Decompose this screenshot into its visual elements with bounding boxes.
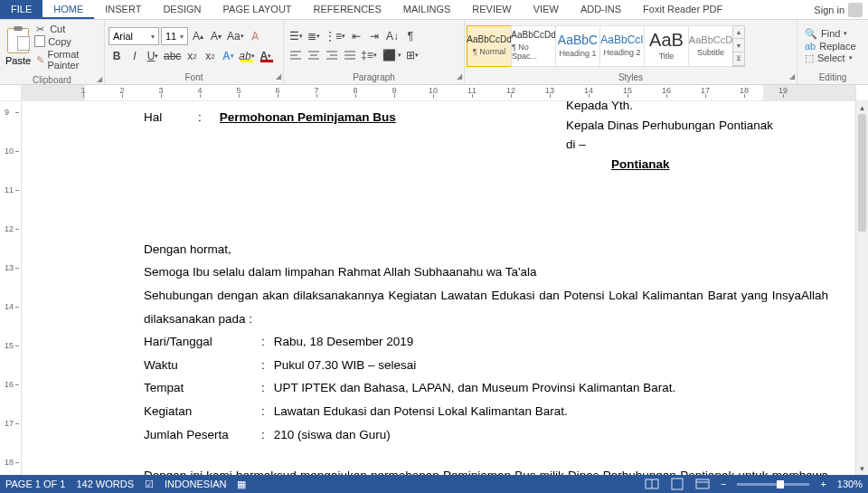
detail-row: Waktu: Pukul 07.30 WIB – selesai (144, 354, 828, 377)
spellcheck-icon[interactable]: ☑ (145, 479, 154, 490)
sign-in[interactable]: Sign in (808, 0, 868, 19)
align-left-button[interactable] (288, 47, 304, 63)
paste-button[interactable]: Paste (4, 26, 33, 68)
tab-references[interactable]: REFERENCES (303, 0, 392, 19)
replace-button[interactable]: abReplace (805, 41, 856, 52)
increase-indent-button[interactable]: ⇥ (366, 28, 382, 44)
align-right-button[interactable] (324, 47, 340, 63)
shrink-font-button[interactable]: A▾ (208, 28, 224, 44)
style--normal[interactable]: AaBbCcDd¶ Normal (467, 25, 512, 67)
style-subtitle[interactable]: AaBbCcDSubtitle (688, 25, 733, 67)
tab-view[interactable]: VIEW (523, 0, 570, 19)
paste-icon (7, 28, 29, 53)
tab-home[interactable]: HOME (42, 0, 94, 19)
format-painter-button[interactable]: Format Painter (36, 49, 99, 71)
align-center-button[interactable] (306, 47, 322, 63)
page-status[interactable]: PAGE 1 OF 1 (5, 479, 65, 489)
scroll-up-icon[interactable]: ▲ (856, 101, 868, 114)
copy-button[interactable]: Copy (36, 36, 99, 47)
strike-button[interactable]: abc (163, 48, 182, 64)
copy-icon (36, 37, 45, 47)
tab-insert[interactable]: INSERT (94, 0, 152, 19)
para-1: Semoga Ibu selalu dalam limpahan Rahmat … (144, 261, 828, 284)
status-bar: PAGE 1 OF 1 142 WORDS ☑ INDONESIAN ▦ − +… (0, 475, 868, 493)
style-heading-1[interactable]: AaBbCHeading 1 (555, 25, 600, 67)
shading-button[interactable]: ⬛▾ (380, 47, 402, 63)
cut-button[interactable]: Cut (36, 24, 99, 34)
underline-button[interactable]: U▾ (145, 48, 161, 64)
change-case-button[interactable]: Aa▾ (226, 28, 245, 44)
zoom-slider[interactable] (737, 483, 809, 486)
svg-rect-14 (672, 479, 683, 489)
select-button[interactable]: ⬚Select▾ (805, 52, 856, 64)
show-marks-button[interactable]: ¶ (402, 28, 419, 44)
zoom-out-button[interactable]: − (721, 479, 726, 489)
tab-design[interactable]: DESIGN (152, 0, 212, 19)
document-page[interactable]: Hal : Permohonan Peminjaman Bus Kepada Y… (22, 101, 855, 475)
style-heading-2[interactable]: AaBbCcIHeading 2 (599, 25, 645, 67)
select-icon: ⬚ (805, 52, 814, 64)
bullets-button[interactable]: ☰▾ (288, 28, 304, 44)
clipboard-dialog-icon[interactable]: ◢ (97, 75, 102, 83)
ruler-corner (0, 85, 22, 100)
style-title[interactable]: AaBTitle (644, 25, 689, 67)
scroll-down-icon[interactable]: ▼ (856, 462, 868, 475)
find-button[interactable]: 🔍Find▾ (805, 28, 856, 40)
recipient-address: Kepada Yth. Kepala Dinas Perhubungan Pon… (566, 101, 792, 174)
detail-row: Kegiatan: Lawatan Edukasi dan Potensi Lo… (144, 400, 828, 423)
tab-addins[interactable]: ADD-INS (570, 0, 632, 19)
styles-dialog-icon[interactable]: ◢ (789, 72, 795, 81)
borders-button[interactable]: ⊞▾ (404, 47, 420, 63)
font-color-button[interactable]: A▾ (258, 48, 274, 64)
macro-icon[interactable]: ▦ (237, 479, 246, 490)
detail-row: Jumlah Peserta: 210 (siswa dan Guru) (144, 423, 828, 447)
zoom-in-button[interactable]: + (820, 479, 826, 489)
zoom-level[interactable]: 130% (837, 479, 863, 489)
grow-font-button[interactable]: A▴ (190, 28, 206, 44)
ribbon: Paste Cut Copy Format Painter Clipboard◢… (0, 20, 868, 85)
font-name-combo[interactable]: Arial▾ (108, 27, 159, 45)
tab-mailings[interactable]: MAILINGS (392, 0, 462, 19)
horizontal-ruler[interactable]: 12345678910111213141516171819 (22, 85, 855, 100)
svg-rect-15 (696, 479, 709, 488)
paragraph-dialog-icon[interactable]: ◢ (457, 72, 462, 81)
vertical-ruler[interactable]: 9101112131415161718 (0, 101, 22, 475)
text-effects-button[interactable]: A▾ (220, 48, 236, 64)
hal-value: Permohonan Peminjaman Bus (220, 106, 396, 129)
tab-file[interactable]: FILE (0, 0, 42, 19)
tab-pagelayout[interactable]: PAGE LAYOUT (212, 0, 303, 19)
subscript-button[interactable]: x2 (184, 48, 200, 64)
clear-format-button[interactable]: A̷ (247, 28, 263, 44)
vertical-scrollbar[interactable]: ▲ ▼ (855, 101, 868, 475)
style--no-spac-[interactable]: AaBbCcDd¶ No Spac... (511, 25, 556, 67)
print-layout-icon[interactable] (670, 478, 684, 490)
scroll-thumb[interactable] (858, 114, 866, 232)
bold-button[interactable]: B (108, 48, 125, 64)
web-layout-icon[interactable] (695, 478, 710, 490)
numbering-button[interactable]: ≣▾ (306, 28, 322, 44)
brush-icon (36, 54, 44, 65)
sort-button[interactable]: A↓ (384, 28, 401, 44)
replace-icon: ab (805, 41, 816, 52)
detail-row: Tempat: UPT IPTEK dan Bahasa, LAPAN, dan… (144, 376, 828, 400)
detail-row: Hari/Tanggal: Rabu, 18 Desember 2019 (144, 330, 828, 354)
decrease-indent-button[interactable]: ⇤ (348, 28, 364, 44)
italic-button[interactable]: I (127, 48, 143, 64)
styles-scroll[interactable]: ▴▾⊻ (732, 25, 745, 67)
line-spacing-button[interactable]: ‡≡▾ (360, 47, 378, 63)
tab-foxit[interactable]: Foxit Reader PDF (632, 0, 733, 19)
para-2: Sehubungan dengan akan dilaksanakannya K… (144, 284, 828, 330)
avatar-icon (848, 3, 863, 17)
language-status[interactable]: INDONESIAN (165, 479, 226, 489)
word-count[interactable]: 142 WORDS (76, 479, 134, 489)
tab-review[interactable]: REVIEW (461, 0, 522, 19)
font-size-combo[interactable]: 11▾ (161, 27, 188, 45)
highlight-button[interactable]: ab▾ (238, 48, 255, 64)
superscript-button[interactable]: x2 (202, 48, 218, 64)
multilevel-button[interactable]: ⋮≡▾ (324, 28, 346, 44)
scissors-icon (36, 24, 47, 34)
read-mode-icon[interactable] (645, 478, 659, 490)
justify-button[interactable] (342, 47, 358, 63)
font-dialog-icon[interactable]: ◢ (276, 72, 281, 81)
hal-label: Hal (144, 106, 180, 129)
